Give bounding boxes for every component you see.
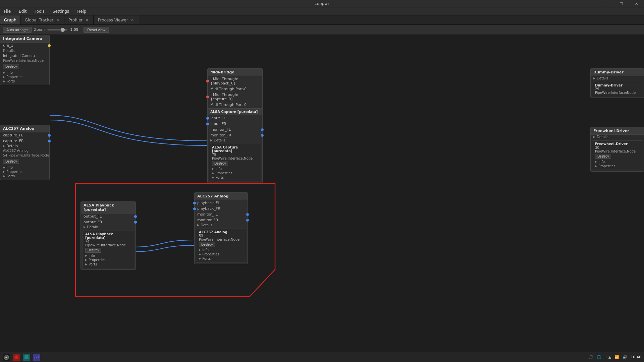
freewheel-driver-node[interactable]: Freewheel-Driver Details Freewheel-Drive…: [590, 127, 644, 172]
alc257-monitor-fr-dot: [246, 219, 249, 222]
alsa-output-fr-dot: [134, 221, 137, 224]
tab-global-tracker-close[interactable]: ✕: [55, 18, 60, 22]
tab-profiler-close[interactable]: ✕: [85, 18, 89, 22]
alsa-playback-title: ALSA Playback [puredata]: [81, 202, 136, 214]
alc257-capture-destroy-btn[interactable]: Destroy: [3, 159, 19, 164]
alsa-section-inner: ALSA Capture [puredata] 75 PipeWire:Inte…: [209, 144, 261, 181]
midi-red-dot2: [206, 96, 209, 98]
tab-process-viewer-close[interactable]: ✕: [130, 18, 135, 22]
window-controls[interactable]: – ☐ ✕: [599, 0, 644, 7]
integrated-camera-properties[interactable]: Properties: [0, 75, 49, 79]
alc257-playback-node[interactable]: ALC257 Analog playback_FL playback_FR mo…: [194, 192, 248, 264]
alsa-playback-details[interactable]: Details: [81, 225, 136, 229]
camera-capture-port: ure_1: [0, 43, 49, 48]
tab-graph[interactable]: Graph: [0, 15, 21, 24]
menu-file[interactable]: File: [1, 8, 13, 14]
integrated-camera-ports[interactable]: Ports: [0, 79, 49, 83]
volume-icon: 🔊: [623, 355, 627, 359]
alc257-playback-info[interactable]: Info: [199, 248, 243, 252]
red-icon: [14, 355, 19, 360]
freewheel-destroy[interactable]: Destroy: [595, 154, 611, 159]
tab-profiler[interactable]: Profiler ✕: [64, 15, 94, 24]
midi-bridge-node[interactable]: Midi-Bridge Midi Through:{playback_0} Mi…: [207, 68, 263, 183]
alc257-playback-inner: ALC257 Analog 53 PipeWire:Interface:Node…: [196, 229, 246, 262]
tab-process-viewer[interactable]: Process Viewer ✕: [94, 15, 139, 24]
alc257-capture-properties[interactable]: Properties: [0, 170, 49, 174]
dummy-driver-title: Dummy-Driver: [591, 69, 644, 76]
clock: 10:40: [631, 355, 641, 359]
freewheel-inner: Freewheel-Driver 30 PipeWire:Interface:N…: [592, 140, 642, 170]
tab-global-tracker-label: Global Tracker: [25, 18, 53, 22]
alsa-inner-destroy[interactable]: Destroy: [212, 161, 228, 166]
freewheel-inner-title: Freewheel-Driver: [595, 142, 639, 146]
dummy-driver-node[interactable]: Dummy-Driver Details Dummy-Driver 29 Pip…: [590, 68, 644, 98]
close-button[interactable]: ✕: [629, 0, 644, 7]
alc257-capture-details[interactable]: Details: [0, 144, 49, 148]
alc257-fr-dot: [48, 140, 51, 142]
alsa-playback-inner-id: 74 PipeWire:Interface:Node: [85, 240, 131, 247]
alc257-playback-properties[interactable]: Properties: [199, 252, 243, 256]
alc257-capture-id: 54 PipeWire:Interface:Node: [0, 153, 49, 158]
tab-global-tracker[interactable]: Global Tracker ✕: [21, 15, 64, 24]
alc257-playback-destroy[interactable]: Destroy: [199, 242, 215, 247]
integrated-camera-destroy-btn[interactable]: Destroy: [3, 64, 19, 69]
integrated-camera-info[interactable]: Info: [0, 70, 49, 75]
tab-profiler-label: Profiler: [68, 18, 83, 22]
zoom-value: 1.05: [70, 27, 81, 32]
alsa-inner-ports[interactable]: Ports: [212, 175, 258, 180]
wifi-icon: 📶: [614, 355, 619, 359]
reset-view-button[interactable]: Reset view: [84, 27, 109, 33]
tab-process-viewer-label: Process Viewer: [98, 18, 128, 22]
status-icon-app[interactable]: ★: [3, 354, 10, 361]
freewheel-details[interactable]: Details: [591, 135, 644, 139]
alc257-playback-fr-dot: [193, 207, 196, 210]
midi-bridge-title: Midi-Bridge: [208, 69, 262, 76]
menu-help[interactable]: Help: [74, 8, 89, 14]
integrated-camera-node[interactable]: Integrated Camera ure_1 Details Integrat…: [0, 35, 50, 85]
menu-tools[interactable]: Tools: [32, 8, 47, 14]
dummy-driver-inner-id: 29 PipeWire:Interface:Node: [595, 87, 639, 95]
dummy-driver-inner-title: Dummy-Driver: [595, 83, 639, 87]
connections-svg: [0, 35, 644, 352]
status-icon-pd[interactable]: pd: [33, 354, 40, 361]
port-dot-capture: [48, 44, 51, 47]
alsa-inner-properties[interactable]: Properties: [212, 171, 258, 175]
freewheel-driver-title: Freewheel-Driver: [591, 127, 644, 135]
dummy-driver-details[interactable]: Details: [591, 76, 644, 80]
freewheel-info[interactable]: Info: [595, 160, 639, 164]
zoom-slider-thumb[interactable]: [61, 28, 65, 32]
menu-edit[interactable]: Edit: [16, 8, 29, 14]
alsa-playback-ports[interactable]: Ports: [85, 262, 131, 266]
zoom-slider[interactable]: [47, 29, 67, 31]
auto-arrange-button[interactable]: Auto arrange: [3, 27, 32, 33]
status-icon-teal[interactable]: [23, 354, 30, 361]
menu-settings[interactable]: Settings: [50, 8, 72, 14]
alsa-capture-sub-title: ALSA Capture [puredata]: [208, 109, 262, 115]
alsa-inner-title: ALSA Capture [puredata]: [212, 145, 258, 153]
svg-text:★: ★: [5, 356, 8, 359]
alc257-playback-ports[interactable]: Ports: [199, 256, 243, 261]
alc257-capture-info[interactable]: Info: [0, 165, 49, 170]
canvas[interactable]: Integrated Camera ure_1 Details Integrat…: [0, 35, 644, 352]
alsa-playback-inner-title: ALSA Playback [puredata]: [85, 232, 131, 240]
status-icon-red[interactable]: [13, 354, 20, 361]
integrated-camera-details-label: Details: [0, 48, 49, 53]
minimize-button[interactable]: –: [599, 0, 614, 7]
alsa-playback-info[interactable]: Info: [85, 253, 131, 258]
alsa-inner-id: 75 PipeWire:Interface:Node: [212, 153, 258, 160]
teal-icon: [24, 355, 29, 360]
menubar: File Edit Tools Settings Help: [0, 7, 644, 15]
alsa-playback-node[interactable]: ALSA Playback [puredata] output_FL outpu…: [80, 201, 136, 270]
alc257-capture-node[interactable]: ALC257 Analog capture_FL capture_FR Deta…: [0, 125, 50, 180]
alsa-details-collapsible[interactable]: Details: [208, 138, 262, 142]
freewheel-properties[interactable]: Properties: [595, 164, 639, 168]
app-title: coppwr: [315, 1, 329, 6]
alsa-playback-properties[interactable]: Properties: [85, 258, 131, 262]
alc257-playback-details[interactable]: Details: [195, 223, 248, 227]
alsa-playback-destroy[interactable]: Destroy: [85, 248, 101, 253]
alc257-capture-ports[interactable]: Ports: [0, 174, 49, 178]
maximize-button[interactable]: ☐: [614, 0, 629, 7]
alsa-inner-info[interactable]: Info: [212, 167, 258, 171]
titlebar: coppwr – ☐ ✕: [0, 0, 644, 7]
battery-info: 1 ▲: [605, 355, 611, 359]
